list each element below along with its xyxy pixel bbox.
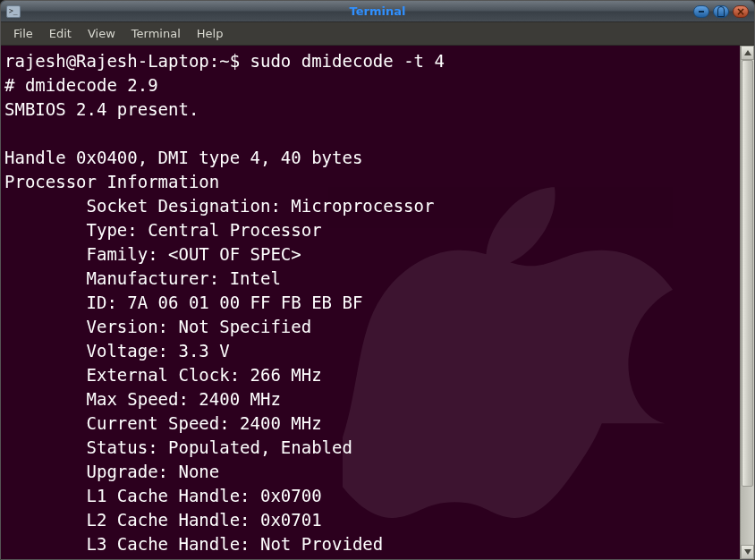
output-line: Handle 0x0400, DMI type 4, 40 bytes (4, 148, 362, 167)
output-line: External Clock: 266 MHz (4, 365, 322, 385)
close-button[interactable] (733, 5, 749, 18)
output-line: Voltage: 3.3 V (4, 341, 230, 361)
menu-help[interactable]: Help (190, 24, 231, 43)
terminal-window: Terminal File Edit View Terminal Help ra… (0, 0, 755, 560)
output-line: SMBIOS 2.4 present. (4, 99, 199, 119)
output-line: Status: Populated, Enabled (4, 437, 352, 457)
prompt-command: sudo dmidecode -t 4 (250, 51, 445, 71)
output-line: Family: <OUT OF SPEC> (4, 244, 301, 264)
terminal-output[interactable]: rajesh@Rajesh-Laptop:~$ sudo dmidecode -… (1, 46, 740, 559)
menu-file[interactable]: File (6, 24, 40, 43)
output-line: Socket Designation: Microprocessor (4, 196, 434, 216)
scroll-up-button[interactable] (741, 46, 754, 60)
chevron-down-icon (744, 549, 751, 555)
output-line: L2 Cache Handle: 0x0701 (4, 510, 322, 530)
menubar: File Edit View Terminal Help (1, 22, 754, 46)
output-line: Max Speed: 2400 MHz (4, 389, 281, 409)
output-line: Manufacturer: Intel (4, 268, 281, 288)
terminal-icon (6, 5, 21, 18)
output-line: Current Speed: 2400 MHz (4, 413, 322, 433)
window-controls (693, 5, 749, 18)
output-line: Version: Not Specified (4, 317, 311, 336)
minimize-button[interactable] (693, 5, 709, 18)
terminal-area: rajesh@Rajesh-Laptop:~$ sudo dmidecode -… (1, 46, 754, 559)
scrollbar (740, 46, 754, 559)
menu-view[interactable]: View (81, 24, 123, 43)
menu-terminal[interactable]: Terminal (124, 24, 188, 43)
window-title: Terminal (1, 4, 754, 18)
scroll-thumb[interactable] (742, 60, 753, 487)
scroll-down-button[interactable] (741, 545, 754, 559)
prompt-userhost: rajesh@Rajesh-Laptop:~$ (4, 51, 250, 71)
titlebar-left (1, 5, 21, 18)
chevron-up-icon (744, 50, 751, 55)
output-line: # dmidecode 2.9 (4, 75, 158, 95)
output-line: L3 Cache Handle: Not Provided (4, 534, 383, 554)
output-line: Processor Information (4, 172, 219, 191)
maximize-button[interactable] (713, 5, 729, 18)
scroll-track[interactable] (741, 60, 754, 545)
output-line: L1 Cache Handle: 0x0700 (4, 486, 322, 505)
menu-edit[interactable]: Edit (42, 24, 79, 43)
output-line: Upgrade: None (4, 462, 219, 481)
titlebar[interactable]: Terminal (1, 1, 754, 22)
output-line: Type: Central Processor (4, 220, 322, 240)
output-line: ID: 7A 06 01 00 FF FB EB BF (4, 293, 362, 312)
